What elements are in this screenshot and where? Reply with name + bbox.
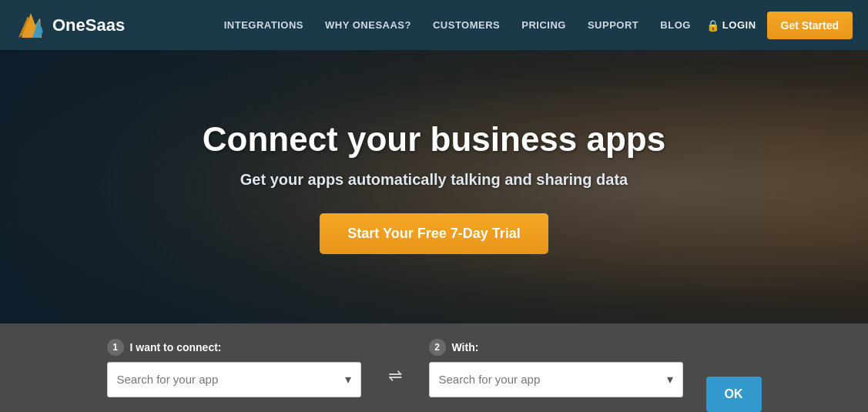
connect-group: 1 I want to connect: ▾	[107, 339, 361, 397]
nav-blog[interactable]: BLOG	[660, 19, 691, 31]
brand-name: OneSaas	[52, 15, 125, 35]
step2-label-row: 2 With:	[429, 339, 683, 356]
step2-circle: 2	[429, 339, 446, 356]
nav-pricing[interactable]: PRICING	[521, 19, 566, 31]
step1-dropdown[interactable]: ▾	[107, 362, 361, 397]
bottom-section: 1 I want to connect: ▾ ⇌ 2 With: ▾ OK	[0, 323, 868, 412]
nav-integrations[interactable]: INTEGRATIONS	[224, 19, 303, 31]
step1-search-input[interactable]	[117, 373, 345, 386]
step2-search-input[interactable]	[439, 373, 667, 386]
get-started-button[interactable]: Get Started	[767, 12, 853, 39]
hero-title: Connect your business apps	[203, 120, 665, 159]
logo-area[interactable]: OneSaas	[15, 10, 125, 41]
trial-button[interactable]: Start Your Free 7-Day Trial	[320, 213, 548, 254]
step2-chevron-down-icon: ▾	[667, 372, 673, 387]
step1-chevron-down-icon: ▾	[345, 372, 351, 387]
step1-label-row: 1 I want to connect:	[107, 339, 361, 356]
navbar: OneSaas INTEGRATIONS WHY ONESAAS? CUSTOM…	[0, 0, 868, 50]
nav-customers[interactable]: CUSTOMERS	[433, 19, 500, 31]
lock-icon: 🔒	[706, 19, 719, 32]
nav-why[interactable]: WHY ONESAAS?	[325, 19, 411, 31]
logo-icon	[15, 10, 46, 41]
login-button[interactable]: LOGIN	[722, 19, 756, 31]
with-group: 2 With: ▾	[429, 339, 683, 397]
transfer-arrows-icon: ⇌	[388, 350, 402, 386]
login-area: 🔒 LOGIN	[706, 19, 756, 32]
step1-label: I want to connect:	[130, 341, 222, 353]
nav-support[interactable]: SUPPORT	[588, 19, 638, 31]
ok-button[interactable]: OK	[706, 377, 762, 412]
hero-content: Connect your business apps Get your apps…	[187, 120, 681, 254]
step2-dropdown[interactable]: ▾	[429, 362, 683, 397]
step2-label: With:	[452, 341, 479, 353]
step1-circle: 1	[107, 339, 124, 356]
nav-links: INTEGRATIONS WHY ONESAAS? CUSTOMERS PRIC…	[224, 19, 691, 31]
hero-section: Connect your business apps Get your apps…	[0, 50, 868, 323]
hero-subtitle: Get your apps automatically talking and …	[203, 171, 665, 189]
